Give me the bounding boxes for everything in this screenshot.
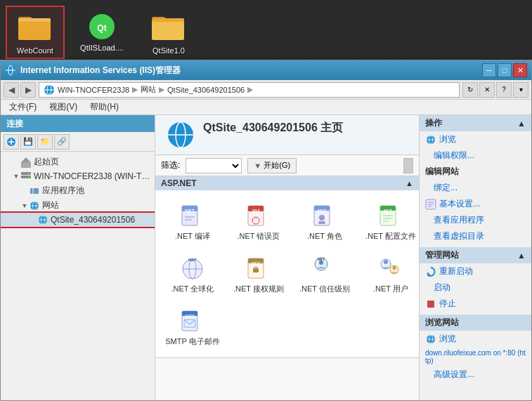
- net-trust-icon-item[interactable]: NET .NET 信任级别: [293, 249, 356, 298]
- stop-loading-button[interactable]: ✕: [479, 82, 495, 98]
- net-compile-icon-item[interactable]: NET .NET 编译: [161, 196, 224, 246]
- svg-marker-81: [427, 272, 431, 275]
- server-icon: [20, 171, 32, 182]
- sidebar-btn-4[interactable]: 🔗: [54, 134, 70, 150]
- manage-website-header: 管理网站 ▲: [420, 247, 531, 263]
- net-error-icon: 404 !: [245, 201, 273, 229]
- minimize-button[interactable]: ─: [482, 63, 496, 77]
- tree-label-server: WIN-TNOCFER23J8 (WIN-TNO: [34, 171, 152, 181]
- refresh-button[interactable]: ↻: [462, 82, 478, 98]
- action-bind-label: 绑定...: [434, 182, 458, 194]
- net-global-icon-item[interactable]: NET .NET 全球化: [161, 249, 224, 298]
- net-role-label: .NET 角色: [307, 232, 342, 241]
- svg-rect-82: [427, 301, 434, 308]
- net-config-icon-item[interactable]: NET .NET 配置文件: [359, 196, 419, 246]
- browse-site-icon: [425, 334, 436, 345]
- maximize-button[interactable]: □: [498, 63, 512, 77]
- path-sep-2: ▶: [159, 85, 164, 94]
- action-stop[interactable]: 停止: [420, 296, 531, 312]
- action-start[interactable]: 启动: [420, 280, 531, 296]
- svg-text:SMTP: SMTP: [185, 314, 195, 318]
- smtp-icon-item[interactable]: SMTP SMTP 电子邮件: [161, 301, 224, 351]
- action-more-settings[interactable]: 高级设置...: [420, 367, 531, 383]
- svg-text:NET: NET: [252, 261, 260, 265]
- forward-button[interactable]: ▶: [20, 82, 36, 98]
- net-trust-label: .NET 信任级别: [299, 284, 350, 294]
- net-user-icon: [377, 254, 405, 282]
- svg-rect-6: [152, 22, 184, 40]
- action-bind[interactable]: 绑定...: [420, 180, 531, 196]
- address-path-box[interactable]: WIN-TNOCFER23J8 ▶ 网站 ▶ QtSite_4306492015…: [39, 82, 460, 98]
- apppool-icon: [29, 185, 40, 197]
- site-icon: [37, 214, 48, 225]
- menu-help[interactable]: 帮助(H): [84, 100, 124, 114]
- svg-text:NET: NET: [318, 257, 325, 261]
- net-error-icon-item[interactable]: 404 ! .NET 错误页: [227, 196, 290, 246]
- edit-website-label: 编辑网站: [420, 164, 531, 180]
- desktop-icon-webcount[interactable]: WebCount: [7, 7, 63, 58]
- sidebar-btn-2[interactable]: 💾: [20, 134, 36, 150]
- desktop-icon-qtsite[interactable]: QtSite1.0: [141, 7, 197, 58]
- webcount-folder-icon: [18, 10, 52, 44]
- actions-collapse-icon[interactable]: ▲: [517, 119, 526, 129]
- tree-item-sites[interactable]: ▼ 网站: [1, 198, 155, 213]
- close-button[interactable]: ✕: [513, 63, 527, 77]
- aspnet-toggle[interactable]: ▲: [406, 179, 413, 188]
- path-segment-sites: 网站: [141, 84, 156, 95]
- action-edit-perms[interactable]: 编辑权限...: [420, 147, 531, 164]
- action-restart-label: 重新启动: [439, 265, 473, 277]
- sidebar-btn-3[interactable]: 📁: [37, 134, 53, 150]
- action-basic-settings[interactable]: 基本设置...: [420, 196, 531, 212]
- menu-file[interactable]: 文件(F): [4, 100, 42, 114]
- manage-toggle[interactable]: ▲: [517, 251, 526, 261]
- desktop-icon-qtload[interactable]: Qt QtIISLoad....: [77, 7, 126, 58]
- menu-view[interactable]: 视图(V): [44, 100, 83, 114]
- filter-start-label: 开始(G): [264, 160, 290, 171]
- svg-point-67: [384, 260, 388, 264]
- filter-start-btn[interactable]: ▼ 开始(G): [247, 158, 297, 173]
- qtload-icon: Qt: [85, 10, 119, 44]
- center-content: QtSite_430649201506 主页 筛选: ▼ 开始(G): [155, 115, 419, 400]
- dropdown-button[interactable]: ▾: [513, 82, 528, 98]
- action-browse-url[interactable]: down.riluofeixue.com on *:80 (http): [420, 347, 531, 367]
- net-role-icon-item[interactable]: NET .NET 角色: [293, 196, 356, 246]
- action-browse[interactable]: 浏览: [420, 131, 531, 147]
- action-basic-settings-label: 基本设置...: [439, 198, 480, 210]
- svg-text:404: 404: [252, 209, 260, 213]
- tree-item-qtsite[interactable]: QtSite_430649201506: [1, 213, 155, 227]
- tree-item-start[interactable]: 起始页: [1, 155, 155, 169]
- svg-point-69: [393, 266, 396, 270]
- sidebar-header: 连接: [1, 115, 155, 132]
- actions-header: 操作 ▲: [420, 115, 531, 131]
- action-restart[interactable]: 重新启动: [420, 263, 531, 280]
- addr-right-btns: ↻ ✕ ? ▾: [462, 82, 528, 98]
- action-view-app[interactable]: 查看应用程序: [420, 212, 531, 228]
- filter-funnel-icon: ▼: [254, 162, 261, 170]
- tree-arrow-apppool: [20, 187, 29, 195]
- net-global-label: .NET 全球化: [171, 284, 214, 294]
- address-bar: ◀ ▶ WIN-TNOCFER23J8 ▶ 网站 ▶ QtSite_430649…: [1, 80, 531, 100]
- manage-website-label: 管理网站: [425, 249, 459, 261]
- net-config-label: .NET 配置文件: [365, 232, 416, 241]
- tree-arrow-start: [12, 158, 20, 166]
- net-access-icon-item[interactable]: NET .NET 接权规则: [227, 249, 290, 298]
- action-view-app-label: 查看应用程序: [434, 214, 484, 226]
- svg-rect-22: [30, 188, 39, 194]
- net-user-icon-item[interactable]: .NET 用户: [359, 249, 419, 298]
- smtp-icon: SMTP: [179, 306, 207, 334]
- qtsite-folder-icon: [152, 10, 186, 44]
- content-scroll-up[interactable]: [403, 158, 413, 173]
- title-bar-controls: ─ □ ✕: [482, 63, 527, 77]
- tree-item-server[interactable]: ▼ WIN-TNOCFER23J8 (WIN-TNO: [1, 169, 155, 183]
- action-browse-site[interactable]: 浏览: [420, 331, 531, 347]
- sidebar-btn-1[interactable]: [4, 134, 19, 150]
- help-button[interactable]: ?: [496, 82, 512, 98]
- action-view-vdir[interactable]: 查看虚拟目录: [420, 228, 531, 244]
- window-title: Internet Information Services (IIS)管理器: [20, 65, 181, 77]
- action-view-vdir-label: 查看虚拟目录: [434, 230, 484, 242]
- tree-item-apppool[interactable]: 应用程序池: [1, 183, 155, 198]
- svg-rect-2: [18, 22, 51, 40]
- filter-select[interactable]: [186, 158, 242, 173]
- action-stop-label: 停止: [439, 298, 456, 310]
- back-button[interactable]: ◀: [4, 82, 19, 98]
